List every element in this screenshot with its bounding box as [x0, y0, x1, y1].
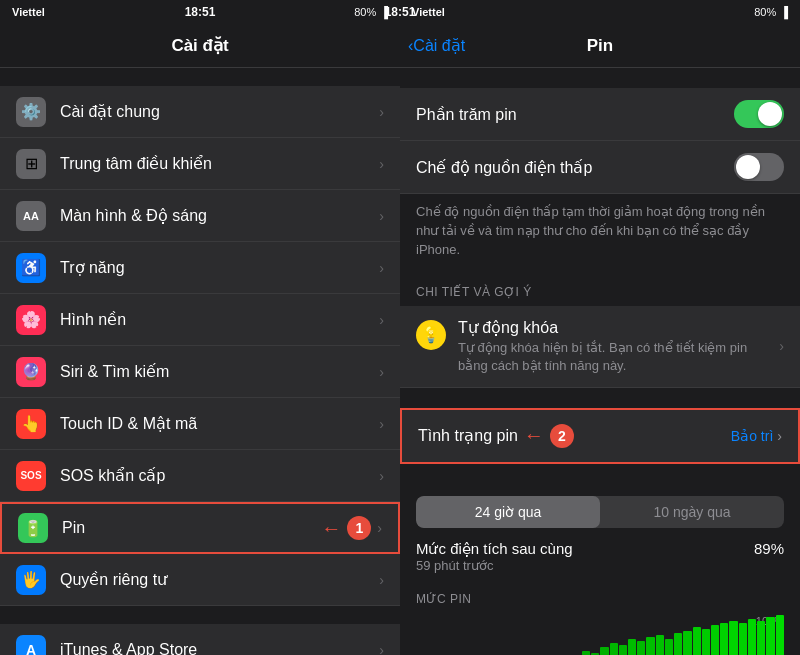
bao-tri-arrow: › [777, 428, 782, 444]
left-time: 18:51 [185, 5, 216, 19]
quyen-rieng-tu-arrow: › [379, 572, 384, 588]
pin-status-badge: 2 [550, 424, 574, 448]
settings-item-caidat-chung[interactable]: ⚙️ Cài đặt chung › [0, 86, 400, 138]
chart-bar [776, 615, 784, 655]
caidat-chung-icon: ⚙️ [16, 97, 46, 127]
che-do-nguon-label: Chế độ nguồn điện thấp [416, 158, 592, 177]
tab-10days[interactable]: 10 ngày qua [600, 496, 784, 528]
settings-item-man-hinh[interactable]: AA Màn hình & Độ sáng › [0, 190, 400, 242]
settings-item-sos[interactable]: SOS SOS khẩn cấp › [0, 450, 400, 502]
chart-bar [600, 647, 608, 655]
man-hinh-arrow: › [379, 208, 384, 224]
right-status-bar: Viettel 18:51 80% ▐ [400, 0, 800, 24]
chart-bar [711, 625, 719, 655]
chart-bar [582, 651, 590, 655]
left-red-arrow: ← [321, 517, 341, 540]
battery-chart: 100% [400, 611, 800, 655]
trung-tam-arrow: › [379, 156, 384, 172]
chart-bars [416, 611, 784, 655]
right-battery: 80% [754, 6, 776, 18]
quyen-rieng-tu-label: Quyền riêng tư [60, 570, 379, 589]
chart-bar [766, 617, 774, 655]
pin-badge: 1 [347, 516, 371, 540]
pin-status-right: Bảo trì › [731, 428, 782, 444]
chi-tiet-header-text: CHI TIẾT VÀ GỢI Ý [416, 285, 532, 299]
right-content: Phần trăm pin Chế độ nguồn điện thấp Chế… [400, 68, 800, 655]
right-red-arrow: ← [524, 424, 544, 447]
settings-item-siri[interactable]: 🔮 Siri & Tìm kiếm › [0, 346, 400, 398]
sos-arrow: › [379, 468, 384, 484]
chart-bar [729, 621, 737, 655]
settings-item-tro-nang[interactable]: ♿ Trợ năng › [0, 242, 400, 294]
chart-bar [683, 631, 691, 655]
che-do-nguon-row[interactable]: Chế độ nguồn điện thấp [400, 141, 800, 194]
phan-tram-pin-row[interactable]: Phần trăm pin [400, 88, 800, 141]
touch-id-label: Touch ID & Mật mã [60, 414, 379, 433]
chart-bar [739, 623, 747, 655]
chart-bar [693, 627, 701, 655]
chart-bar [628, 639, 636, 655]
settings-item-touch-id[interactable]: 👆 Touch ID & Mật mã › [0, 398, 400, 450]
auto-lock-row[interactable]: 💡 Tự động khóa Tự động khóa hiện bị tắt.… [400, 306, 800, 388]
settings-item-itunes[interactable]: A iTunes & App Store › [0, 624, 400, 655]
right-battery-icon: ▐ [780, 6, 788, 18]
muc-pin-header-text: MỨC PIN [416, 592, 472, 606]
left-top-divider [0, 68, 400, 86]
right-carrier: Viettel [412, 6, 445, 18]
pin-label: Pin [62, 519, 321, 537]
chart-bar [674, 633, 682, 655]
chart-bar [646, 637, 654, 655]
phan-tram-pin-toggle[interactable] [734, 100, 784, 128]
chart-bar [702, 629, 710, 655]
chart-bar [748, 619, 756, 655]
settings-item-quyen-rieng-tu[interactable]: 🖐️ Quyền riêng tư › [0, 554, 400, 606]
chart-bar [757, 621, 765, 655]
siri-arrow: › [379, 364, 384, 380]
tro-nang-label: Trợ năng [60, 258, 379, 277]
tro-nang-arrow: › [379, 260, 384, 276]
muc-dien-row: Mức điện tích sau cùng 59 phút trước 89% [416, 540, 784, 573]
divider-after-pinstatus [400, 464, 800, 484]
back-button[interactable]: ‹ Cài đặt [408, 36, 465, 55]
left-carrier: Viettel [12, 6, 45, 18]
siri-icon: 🔮 [16, 357, 46, 387]
trung-tam-icon: ⊞ [16, 149, 46, 179]
caidat-chung-label: Cài đặt chung [60, 102, 379, 121]
settings-item-trung-tam[interactable]: ⊞ Trung tâm điều khiển › [0, 138, 400, 190]
settings-item-pin[interactable]: 🔋 Pin ← 1 › [0, 502, 400, 554]
chart-bar [610, 643, 618, 655]
pin-arrow-group: ← 1 [321, 516, 371, 540]
right-panel: Viettel 18:51 80% ▐ ‹ Cài đặt Pin Phần t… [400, 0, 800, 655]
chart-bar [656, 635, 664, 655]
muc-pin-header: MỨC PIN [400, 581, 800, 611]
left-nav-header: Cài đặt [0, 24, 400, 68]
tro-nang-icon: ♿ [16, 253, 46, 283]
touch-id-arrow: › [379, 416, 384, 432]
tab-24h[interactable]: 24 giờ qua [416, 496, 600, 528]
divider-after-autolock [400, 388, 800, 408]
chart-bar [637, 641, 645, 655]
pin-icon: 🔋 [18, 513, 48, 543]
pin-status-row[interactable]: Tình trạng pin ← 2 Bảo trì › [400, 408, 800, 464]
phan-tram-pin-knob [758, 102, 782, 126]
che-do-nguon-toggle[interactable] [734, 153, 784, 181]
auto-lock-icon: 💡 [416, 320, 446, 350]
siri-label: Siri & Tìm kiếm [60, 362, 379, 381]
quyen-rieng-tu-icon: 🖐️ [16, 565, 46, 595]
right-top-space [400, 68, 800, 88]
hinh-nen-icon: 🌸 [16, 305, 46, 335]
left-panel: Viettel 18:51 80% ▐ Cài đặt ⚙️ Cài đặt c… [0, 0, 400, 655]
hinh-nen-arrow: › [379, 312, 384, 328]
itunes-icon: A [16, 635, 46, 656]
back-label: Cài đặt [413, 36, 465, 55]
settings-item-hinh-nen[interactable]: 🌸 Hình nền › [0, 294, 400, 346]
chart-bar [720, 623, 728, 655]
che-do-nguon-knob [736, 155, 760, 179]
muc-dien-value: 89% [754, 540, 784, 557]
auto-lock-text: Tự động khóa Tự động khóa hiện bị tắt. B… [458, 318, 779, 375]
right-nav: ‹ Cài đặt Pin [400, 24, 800, 68]
auto-lock-title: Tự động khóa [458, 318, 779, 337]
phan-tram-pin-label: Phần trăm pin [416, 105, 517, 124]
chart-bar [665, 639, 673, 655]
right-title: Pin [587, 36, 613, 56]
